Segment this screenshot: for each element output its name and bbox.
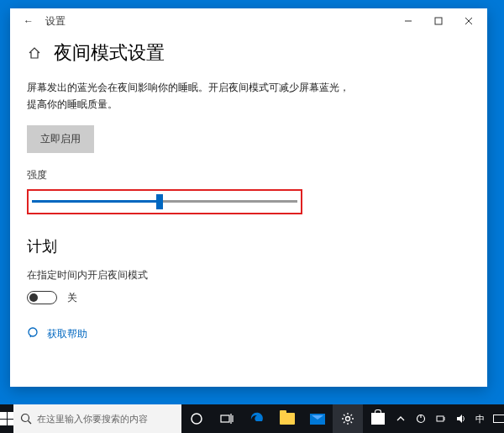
svg-line-17 (351, 422, 353, 424)
svg-line-19 (351, 415, 353, 416)
intensity-label: 强度 (27, 168, 470, 182)
svg-rect-22 (437, 416, 444, 421)
maximize-button[interactable] (423, 8, 454, 34)
search-icon (20, 413, 32, 425)
svg-point-7 (192, 414, 202, 424)
slider-thumb[interactable] (156, 194, 163, 209)
task-icons (181, 404, 393, 433)
minimize-icon (404, 17, 412, 25)
svg-line-6 (29, 421, 32, 425)
ime-keyboard-icon[interactable] (491, 404, 504, 433)
toggle-knob (29, 293, 38, 302)
page-title: 夜间模式设置 (54, 40, 165, 66)
settings-window: ← 设置 夜间模式设置 屏幕发出的蓝光会在夜间影响你的睡眠。开启夜间模式可减少屏… (10, 8, 487, 387)
svg-point-5 (22, 415, 29, 422)
search-placeholder: 在这里输入你要搜索的内容 (37, 413, 148, 425)
taskbar-search[interactable]: 在这里输入你要搜索的内容 (13, 404, 181, 433)
svg-rect-8 (221, 415, 229, 422)
windows-icon (0, 412, 13, 425)
page-header: 夜间模式设置 (27, 40, 470, 66)
maximize-icon (434, 17, 443, 25)
settings-taskbar-icon[interactable] (333, 404, 363, 433)
edge-icon[interactable] (242, 404, 272, 433)
enable-now-button[interactable]: 立即启用 (27, 125, 94, 153)
schedule-section-title: 计划 (27, 236, 470, 256)
content-area: 夜间模式设置 屏幕发出的蓝光会在夜间影响你的睡眠。开启夜间模式可减少屏幕蓝光， … (10, 34, 487, 358)
file-explorer-icon[interactable] (272, 404, 302, 433)
tray-chevron-up-icon[interactable] (393, 404, 408, 433)
schedule-toggle[interactable] (27, 291, 57, 304)
svg-point-4 (29, 328, 37, 336)
help-link-text: 获取帮助 (47, 327, 87, 341)
power-icon[interactable] (413, 404, 428, 433)
svg-rect-1 (435, 18, 442, 24)
slider-fill (32, 200, 160, 203)
svg-marker-25 (457, 415, 462, 423)
intensity-slider-highlight (27, 189, 302, 214)
minimize-button[interactable] (393, 8, 423, 34)
svg-point-11 (346, 417, 350, 421)
mail-icon[interactable] (302, 404, 333, 433)
svg-line-18 (344, 422, 345, 424)
taskbar: 在这里输入你要搜索的内容 (0, 404, 504, 433)
intensity-slider[interactable] (32, 195, 297, 209)
toggle-state-text: 关 (67, 291, 77, 305)
task-view-icon[interactable] (212, 404, 242, 433)
close-button[interactable] (454, 8, 484, 34)
arrow-left-icon: ← (24, 15, 34, 27)
home-icon[interactable] (27, 45, 42, 61)
network-icon[interactable] (433, 404, 449, 433)
store-icon[interactable] (363, 404, 393, 433)
description-text: 屏幕发出的蓝光会在夜间影响你的睡眠。开启夜间模式可减少屏幕蓝光， 提高你的睡眠质… (27, 79, 470, 114)
schedule-toggle-row: 关 (27, 291, 470, 305)
volume-icon[interactable] (454, 404, 469, 433)
svg-rect-26 (494, 415, 505, 423)
chat-icon (27, 327, 39, 341)
get-help-link[interactable]: 获取帮助 (27, 327, 470, 341)
back-button[interactable]: ← (20, 15, 37, 27)
svg-line-16 (344, 415, 345, 416)
start-button[interactable] (0, 404, 13, 433)
close-icon (465, 17, 473, 25)
window-title: 设置 (45, 14, 66, 29)
ime-indicator[interactable]: 中 (474, 413, 486, 425)
system-tray: 中 20 (393, 404, 504, 433)
schedule-description: 在指定时间内开启夜间模式 (27, 268, 470, 283)
titlebar: ← 设置 (10, 8, 487, 34)
cortana-icon[interactable] (181, 404, 212, 433)
